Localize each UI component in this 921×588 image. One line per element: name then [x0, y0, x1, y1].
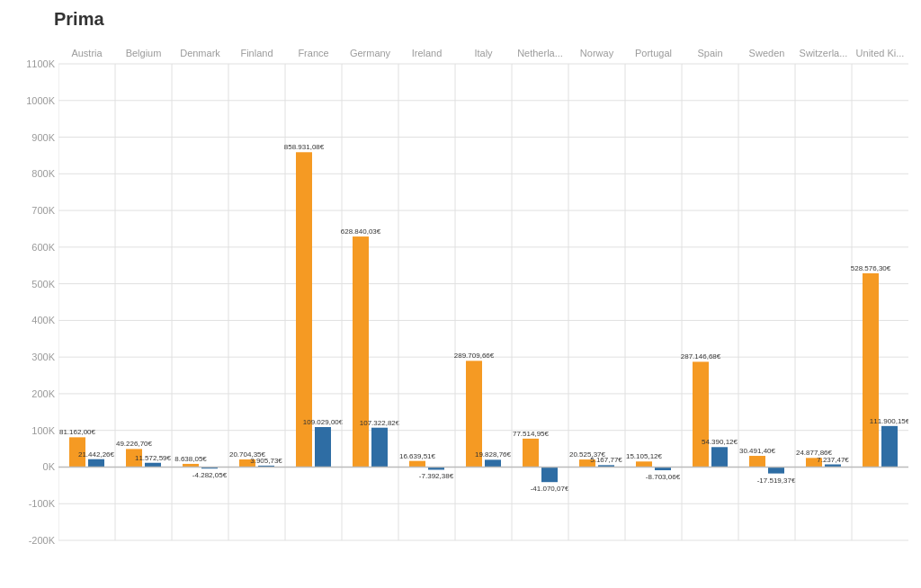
- chart-title: Prima: [9, 9, 912, 30]
- svg-text:Finland: Finland: [240, 48, 273, 58]
- svg-text:0K: 0K: [43, 461, 56, 472]
- svg-text:-200K: -200K: [29, 535, 56, 546]
- svg-rect-102: [881, 426, 898, 468]
- svg-text:7.237,47€: 7.237,47€: [817, 456, 849, 464]
- svg-text:200K: 200K: [31, 388, 55, 399]
- chart-area: Austria81.162,00€21.442,26€Belgium49.226…: [9, 37, 912, 567]
- svg-rect-52: [409, 461, 425, 468]
- svg-text:628.840,03€: 628.840,03€: [341, 227, 381, 236]
- svg-text:-8.703,06€: -8.703,06€: [646, 473, 681, 481]
- svg-text:30.491,40€: 30.491,40€: [739, 447, 776, 455]
- svg-text:Germany: Germany: [350, 48, 391, 58]
- svg-text:United Ki...: United Ki...: [856, 48, 905, 58]
- svg-text:528.576,30€: 528.576,30€: [851, 264, 891, 272]
- svg-text:Netherla...: Netherla...: [517, 48, 563, 58]
- svg-text:500K: 500K: [31, 279, 55, 290]
- svg-text:1100K: 1100K: [26, 58, 55, 69]
- svg-text:1000K: 1000K: [26, 95, 55, 106]
- svg-text:54.390,12€: 54.390,12€: [702, 438, 738, 446]
- svg-text:Spain: Spain: [697, 48, 722, 58]
- svg-text:400K: 400K: [31, 315, 55, 325]
- svg-rect-60: [485, 459, 501, 467]
- svg-text:Ireland: Ireland: [412, 48, 443, 58]
- svg-rect-64: [523, 439, 539, 468]
- svg-text:3.905,73€: 3.905,73€: [250, 457, 282, 465]
- svg-text:111.900,15€: 111.900,15€: [870, 417, 908, 425]
- svg-rect-88: [749, 456, 765, 467]
- svg-text:Italy: Italy: [474, 48, 493, 58]
- svg-rect-42: [315, 427, 331, 467]
- svg-text:Portugal: Portugal: [635, 48, 672, 58]
- svg-text:Belgium: Belgium: [126, 48, 162, 58]
- svg-text:49.226,70€: 49.226,70€: [116, 440, 153, 448]
- svg-rect-100: [863, 273, 879, 467]
- svg-text:11.572,59€: 11.572,59€: [135, 454, 172, 462]
- svg-text:France: France: [298, 48, 328, 58]
- svg-text:77.514,95€: 77.514,95€: [513, 430, 550, 438]
- svg-rect-82: [693, 361, 709, 467]
- svg-text:900K: 900K: [31, 132, 55, 143]
- svg-rect-18: [88, 459, 104, 468]
- svg-text:107.322,82€: 107.322,82€: [360, 419, 400, 427]
- svg-rect-46: [353, 236, 369, 467]
- svg-text:8.638,05€: 8.638,05€: [174, 455, 207, 463]
- svg-text:858.931,08€: 858.931,08€: [284, 143, 325, 151]
- svg-text:600K: 600K: [31, 242, 55, 253]
- svg-text:Sweden: Sweden: [749, 48, 785, 58]
- svg-rect-76: [636, 461, 652, 467]
- svg-text:100K: 100K: [31, 425, 55, 436]
- svg-text:Austria: Austria: [71, 48, 103, 58]
- svg-text:289.709,66€: 289.709,66€: [454, 352, 495, 360]
- svg-text:5.167,77€: 5.167,77€: [590, 456, 622, 464]
- svg-rect-48: [371, 428, 388, 468]
- svg-text:81.162,00€: 81.162,00€: [59, 428, 96, 436]
- svg-text:-4.282,05€: -4.282,05€: [192, 471, 228, 479]
- svg-text:-17.519,37€: -17.519,37€: [757, 477, 796, 485]
- svg-text:Norway: Norway: [580, 48, 614, 58]
- chart-svg: Austria81.162,00€21.442,26€Belgium49.226…: [58, 37, 908, 554]
- svg-text:Switzerla...: Switzerla...: [800, 48, 848, 58]
- svg-text:-100K: -100K: [29, 498, 56, 509]
- svg-rect-90: [768, 467, 784, 473]
- svg-rect-66: [541, 467, 558, 482]
- svg-text:16.639,51€: 16.639,51€: [399, 452, 436, 460]
- y-axis-svg: 1100K1000K900K800K700K600K500K400K300K20…: [9, 37, 58, 554]
- svg-text:-7.392,38€: -7.392,38€: [419, 472, 454, 480]
- svg-rect-84: [711, 447, 728, 467]
- svg-text:21.442,26€: 21.442,26€: [78, 450, 115, 459]
- svg-text:19.828,76€: 19.828,76€: [475, 450, 512, 459]
- svg-text:15.105,12€: 15.105,12€: [626, 452, 663, 460]
- svg-text:-41.070,07€: -41.070,07€: [531, 485, 569, 493]
- svg-text:287.146,68€: 287.146,68€: [681, 352, 721, 361]
- svg-text:109.029,00€: 109.029,00€: [303, 418, 344, 426]
- chart-container: Prima Austria81.162,00€21.442,26€Belgium…: [0, 0, 921, 588]
- svg-text:700K: 700K: [31, 205, 55, 216]
- svg-text:800K: 800K: [31, 168, 55, 179]
- svg-text:Denmark: Denmark: [180, 48, 220, 58]
- svg-text:300K: 300K: [31, 352, 55, 362]
